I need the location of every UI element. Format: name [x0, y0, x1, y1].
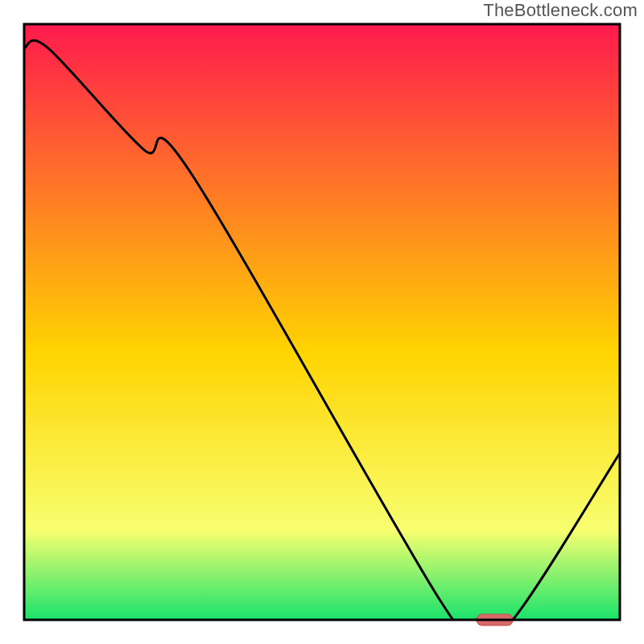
watermark-text: TheBottleneck.com	[483, 0, 638, 21]
plot-background	[24, 24, 620, 620]
bottleneck-chart	[0, 0, 644, 644]
chart-container: TheBottleneck.com	[0, 0, 644, 644]
